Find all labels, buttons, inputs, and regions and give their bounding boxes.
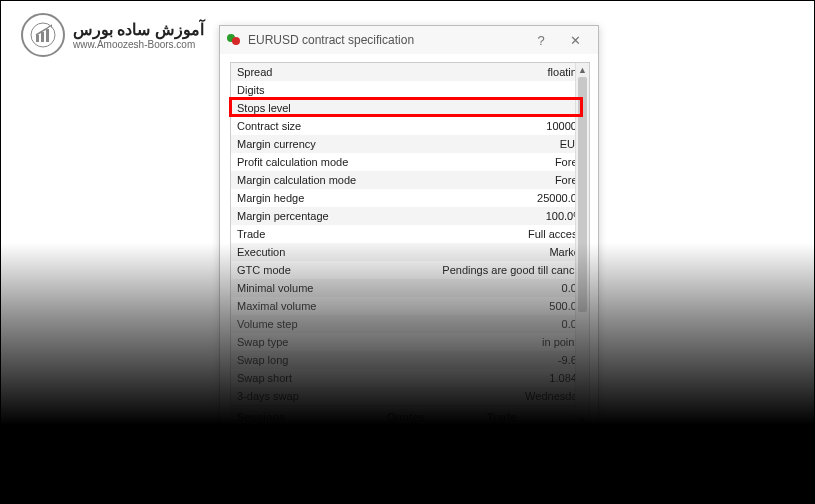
- spec-value: floating: [387, 66, 583, 78]
- spec-row[interactable]: ExecutionMarket: [231, 243, 589, 261]
- spec-label: Spread: [237, 66, 387, 78]
- spec-label: Swap type: [237, 336, 387, 348]
- scroll-up-icon[interactable]: ▲: [576, 63, 589, 77]
- spec-row[interactable]: Digits5: [231, 81, 589, 99]
- col-trade: Trade: [487, 411, 583, 423]
- spec-row[interactable]: Margin calculation modeForex: [231, 171, 589, 189]
- spec-row[interactable]: Swap long-9.69: [231, 351, 589, 369]
- spec-row[interactable]: Margin hedge25000.00: [231, 189, 589, 207]
- svg-point-6: [232, 37, 240, 45]
- spec-value: 100.0%: [387, 210, 583, 222]
- spec-label: Contract size: [237, 120, 387, 132]
- spec-label: Execution: [237, 246, 387, 258]
- spec-label: Margin percentage: [237, 210, 387, 222]
- spec-value: 0.01: [387, 282, 583, 294]
- svg-rect-3: [46, 29, 49, 42]
- spec-label: GTC mode: [237, 264, 387, 276]
- contract-spec-dialog: EURUSD contract specification ? ✕ Spread…: [219, 25, 599, 481]
- spec-value: 5: [387, 84, 583, 96]
- spec-row[interactable]: Margin percentage100.0%: [231, 207, 589, 225]
- spec-row[interactable]: Margin currencyEUR: [231, 135, 589, 153]
- spec-label: Margin currency: [237, 138, 387, 150]
- spec-row[interactable]: GTC modePendings are good till cancel: [231, 261, 589, 279]
- scroll-down-icon[interactable]: ▼: [576, 413, 589, 427]
- spec-value: 500.00: [387, 300, 583, 312]
- brand-logo: آموزش ساده بورس www.Amoozesh-Boors.com: [21, 13, 204, 57]
- spec-value: -9.69: [387, 354, 583, 366]
- sessions-header: Sessions Quotes Trade: [231, 405, 589, 427]
- spec-value: Forex: [387, 174, 583, 186]
- spec-value: Full access: [387, 228, 583, 240]
- spec-value: in points: [387, 336, 583, 348]
- spec-row[interactable]: Spreadfloating: [231, 63, 589, 81]
- logo-icon: [21, 13, 65, 57]
- logo-title: آموزش ساده بورس: [73, 20, 204, 39]
- dialog-footer: Close: [220, 436, 598, 480]
- spec-value: Forex: [387, 156, 583, 168]
- spec-label: Swap long: [237, 354, 387, 366]
- spec-label: Digits: [237, 84, 387, 96]
- spec-row[interactable]: Swap short1.0842: [231, 369, 589, 387]
- logo-subtitle: www.Amoozesh-Boors.com: [73, 39, 195, 50]
- spec-value: 0: [387, 102, 583, 114]
- spec-row[interactable]: Contract size100000: [231, 117, 589, 135]
- col-quotes: Quotes: [387, 411, 487, 423]
- spec-value: Pendings are good till cancel: [387, 264, 583, 276]
- spec-label: Minimal volume: [237, 282, 387, 294]
- svg-marker-4: [50, 24, 52, 28]
- spec-value: Wednesday: [387, 390, 583, 402]
- spec-value: 1.0842: [387, 372, 583, 384]
- spec-label: 3-days swap: [237, 390, 387, 402]
- scrollbar[interactable]: ▲ ▼: [575, 63, 589, 427]
- scroll-thumb[interactable]: [578, 77, 587, 312]
- spec-value: 100000: [387, 120, 583, 132]
- dialog-titlebar: EURUSD contract specification ? ✕: [220, 26, 598, 54]
- svg-rect-2: [41, 32, 44, 42]
- help-button[interactable]: ?: [524, 29, 558, 51]
- spec-value: EUR: [387, 138, 583, 150]
- spec-list: SpreadfloatingDigits5Stops level0Contrac…: [230, 62, 590, 428]
- app-icon: [226, 32, 242, 48]
- col-sessions: Sessions: [237, 411, 387, 423]
- spec-value: Market: [387, 246, 583, 258]
- scroll-track[interactable]: [576, 77, 589, 413]
- spec-label: Swap short: [237, 372, 387, 384]
- dialog-title: EURUSD contract specification: [248, 33, 524, 47]
- close-button[interactable]: Close: [364, 448, 454, 470]
- spec-label: Trade: [237, 228, 387, 240]
- spec-label: Profit calculation mode: [237, 156, 387, 168]
- spec-label: Stops level: [237, 102, 387, 114]
- spec-label: Margin calculation mode: [237, 174, 387, 186]
- spec-row[interactable]: Swap typein points: [231, 333, 589, 351]
- spec-row[interactable]: Stops level0: [231, 99, 589, 117]
- svg-rect-1: [36, 35, 39, 42]
- spec-row[interactable]: Minimal volume0.01: [231, 279, 589, 297]
- spec-row[interactable]: Volume step0.01: [231, 315, 589, 333]
- spec-row[interactable]: Maximal volume500.00: [231, 297, 589, 315]
- spec-label: Maximal volume: [237, 300, 387, 312]
- spec-row[interactable]: Profit calculation modeForex: [231, 153, 589, 171]
- spec-value: 0.01: [387, 318, 583, 330]
- spec-row[interactable]: TradeFull access: [231, 225, 589, 243]
- spec-value: 25000.00: [387, 192, 583, 204]
- spec-row[interactable]: 3-days swapWednesday: [231, 387, 589, 405]
- spec-label: Volume step: [237, 318, 387, 330]
- close-icon[interactable]: ✕: [558, 29, 592, 51]
- spec-label: Margin hedge: [237, 192, 387, 204]
